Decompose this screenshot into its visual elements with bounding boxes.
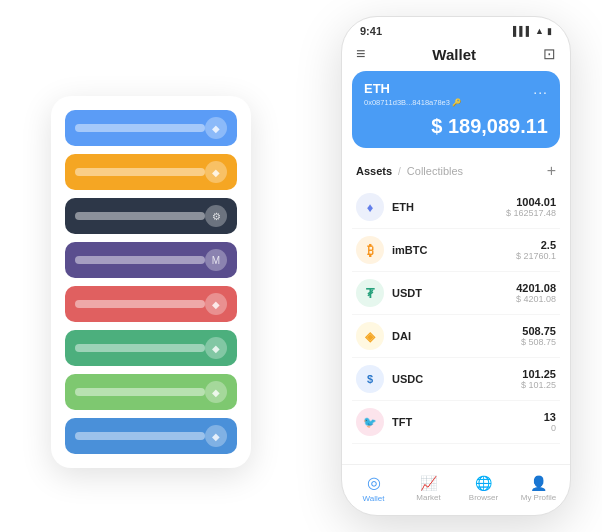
card-row-icon: ◆ [205, 117, 227, 139]
eth-icon: ♦ [356, 193, 384, 221]
asset-item-usdc[interactable]: $ USDC 101.25 $ 101.25 [352, 358, 560, 401]
list-item[interactable]: M [65, 242, 237, 278]
asset-secondary: $ 162517.48 [506, 208, 556, 218]
tab-separator: / [398, 166, 401, 177]
asset-name: USDT [392, 287, 516, 299]
card-row-label [75, 212, 205, 220]
card-row-icon: ◆ [205, 425, 227, 447]
nav-item-profile[interactable]: 👤 My Profile [511, 475, 566, 502]
browser-nav-icon: 🌐 [475, 475, 492, 491]
card-row-label [75, 168, 205, 176]
page-title: Wallet [432, 46, 476, 63]
asset-item-imbtc[interactable]: ₿ imBTC 2.5 $ 21760.1 [352, 229, 560, 272]
card-row-label [75, 300, 205, 308]
tab-assets[interactable]: Assets [356, 165, 392, 177]
card-row-icon: ◆ [205, 161, 227, 183]
battery-icon: ▮ [547, 26, 552, 36]
status-time: 9:41 [360, 25, 382, 37]
asset-primary: 4201.08 [516, 282, 556, 294]
nav-item-wallet[interactable]: ◎ Wallet [346, 473, 401, 503]
asset-list: ♦ ETH 1004.01 $ 162517.48 ₿ imBTC 2.5 $ … [342, 186, 570, 464]
list-item[interactable]: ◆ [65, 154, 237, 190]
asset-primary: 508.75 [521, 325, 556, 337]
nav-item-market[interactable]: 📈 Market [401, 475, 456, 502]
profile-nav-label: My Profile [521, 493, 557, 502]
asset-primary: 101.25 [521, 368, 556, 380]
scene: ◆ ◆ ⚙ M ◆ ◆ ◆ ◆ [21, 16, 581, 516]
add-asset-button[interactable]: + [547, 162, 556, 180]
assets-tabs: Assets / Collectibles [356, 165, 463, 177]
tab-collectibles[interactable]: Collectibles [407, 165, 463, 177]
list-item[interactable]: ◆ [65, 286, 237, 322]
asset-item-eth[interactable]: ♦ ETH 1004.01 $ 162517.48 [352, 186, 560, 229]
wallet-nav-label: Wallet [363, 494, 385, 503]
asset-amounts: 4201.08 $ 4201.08 [516, 282, 556, 304]
profile-nav-icon: 👤 [530, 475, 547, 491]
bottom-nav: ◎ Wallet 📈 Market 🌐 Browser 👤 My Profile [342, 464, 570, 515]
phone-frame: 9:41 ▌▌▌ ▲ ▮ ≡ Wallet ⊡ ETH 0x08711d3B..… [341, 16, 571, 516]
card-row-icon: ⚙ [205, 205, 227, 227]
market-nav-label: Market [416, 493, 440, 502]
back-card-widget: ◆ ◆ ⚙ M ◆ ◆ ◆ ◆ [51, 96, 251, 468]
nav-item-browser[interactable]: 🌐 Browser [456, 475, 511, 502]
list-item[interactable]: ◆ [65, 418, 237, 454]
asset-amounts: 13 0 [544, 411, 556, 433]
asset-name: TFT [392, 416, 544, 428]
menu-icon[interactable]: ≡ [356, 45, 365, 63]
assets-header: Assets / Collectibles + [342, 158, 570, 186]
card-row-label [75, 124, 205, 132]
asset-amounts: 2.5 $ 21760.1 [516, 239, 556, 261]
list-item[interactable]: ⚙ [65, 198, 237, 234]
card-row-label [75, 344, 205, 352]
asset-name: DAI [392, 330, 521, 342]
eth-card[interactable]: ETH 0x08711d3B...8418a78e3 🔑 ... $ 189,0… [352, 71, 560, 148]
status-icons: ▌▌▌ ▲ ▮ [513, 26, 552, 36]
asset-name: imBTC [392, 244, 516, 256]
market-nav-icon: 📈 [420, 475, 437, 491]
list-item[interactable]: ◆ [65, 330, 237, 366]
eth-card-amount: $ 189,089.11 [364, 115, 548, 138]
eth-card-more-icon[interactable]: ... [533, 81, 548, 97]
dai-icon: ◈ [356, 322, 384, 350]
asset-name: ETH [392, 201, 506, 213]
status-bar: 9:41 ▌▌▌ ▲ ▮ [342, 17, 570, 41]
asset-secondary: $ 4201.08 [516, 294, 556, 304]
asset-amounts: 508.75 $ 508.75 [521, 325, 556, 347]
asset-secondary: $ 101.25 [521, 380, 556, 390]
card-row-icon: M [205, 249, 227, 271]
asset-item-tft[interactable]: 🐦 TFT 13 0 [352, 401, 560, 444]
eth-card-address: 0x08711d3B...8418a78e3 🔑 [364, 98, 548, 107]
signal-icon: ▌▌▌ [513, 26, 532, 36]
asset-amounts: 1004.01 $ 162517.48 [506, 196, 556, 218]
asset-name: USDC [392, 373, 521, 385]
card-row-label [75, 388, 205, 396]
asset-secondary: $ 508.75 [521, 337, 556, 347]
scan-icon[interactable]: ⊡ [543, 45, 556, 63]
asset-secondary: 0 [544, 423, 556, 433]
asset-primary: 2.5 [516, 239, 556, 251]
card-row-icon: ◆ [205, 381, 227, 403]
browser-nav-label: Browser [469, 493, 498, 502]
phone-header: ≡ Wallet ⊡ [342, 41, 570, 71]
wallet-nav-icon: ◎ [367, 473, 381, 492]
usdt-icon: ₮ [356, 279, 384, 307]
eth-card-title: ETH [364, 81, 548, 96]
asset-secondary: $ 21760.1 [516, 251, 556, 261]
asset-primary: 1004.01 [506, 196, 556, 208]
card-row-icon: ◆ [205, 337, 227, 359]
wifi-icon: ▲ [535, 26, 544, 36]
asset-item-usdt[interactable]: ₮ USDT 4201.08 $ 4201.08 [352, 272, 560, 315]
card-row-icon: ◆ [205, 293, 227, 315]
list-item[interactable]: ◆ [65, 110, 237, 146]
asset-amounts: 101.25 $ 101.25 [521, 368, 556, 390]
asset-item-dai[interactable]: ◈ DAI 508.75 $ 508.75 [352, 315, 560, 358]
list-item[interactable]: ◆ [65, 374, 237, 410]
usdc-icon: $ [356, 365, 384, 393]
imbtc-icon: ₿ [356, 236, 384, 264]
card-row-label [75, 256, 205, 264]
tft-icon: 🐦 [356, 408, 384, 436]
card-row-label [75, 432, 205, 440]
asset-primary: 13 [544, 411, 556, 423]
